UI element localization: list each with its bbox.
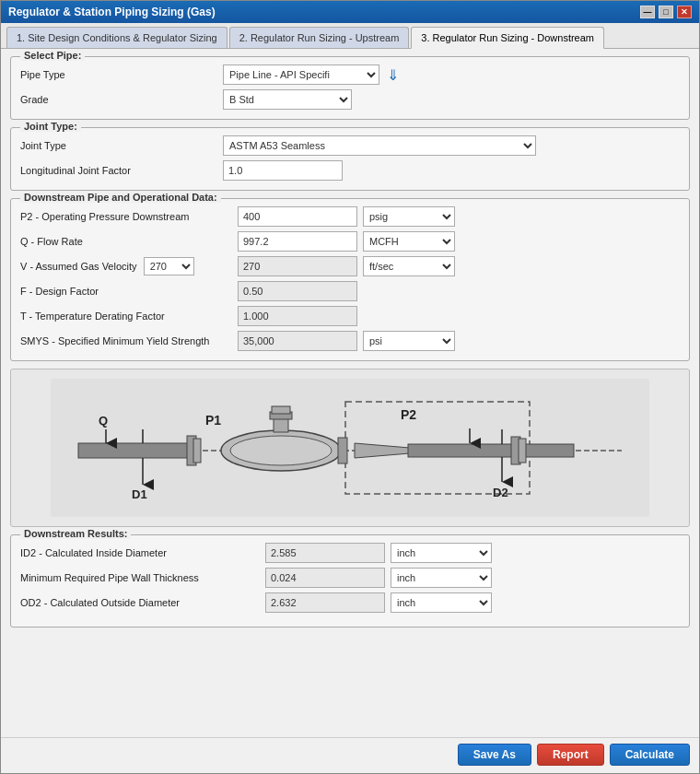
tab-upstream[interactable]: 2. Regulator Run Sizing - Upstream bbox=[229, 27, 410, 48]
main-content: Select Pipe: Pipe Type Pipe Line - API S… bbox=[1, 49, 699, 737]
downstream-data-label: Downstream Pipe and Operational Data: bbox=[20, 192, 221, 203]
v-input[interactable] bbox=[238, 256, 357, 276]
wall-label: Minimum Required Pipe Wall Thickness bbox=[20, 572, 260, 583]
svg-text:P2: P2 bbox=[401, 407, 416, 422]
pipe-type-controls: Pipe Line - API Specifi ⇓ bbox=[223, 64, 680, 85]
smys-unit-select[interactable]: psiMPakPa bbox=[363, 331, 455, 351]
title-bar: Regulator & Station Piping Sizing (Gas) … bbox=[1, 1, 699, 23]
pipe-type-row: Pipe Type Pipe Line - API Specifi ⇓ bbox=[20, 64, 680, 85]
results-group: Downstream Results: ID2 - Calculated Ins… bbox=[10, 534, 690, 627]
select-pipe-label: Select Pipe: bbox=[20, 50, 85, 61]
t-input[interactable] bbox=[238, 306, 357, 326]
od2-label: OD2 - Calculated Outside Diameter bbox=[20, 597, 260, 608]
longitudinal-label: Longitudinal Joint Factor bbox=[20, 165, 223, 176]
joint-type-label: Joint Type bbox=[20, 140, 223, 151]
smys-input[interactable] bbox=[238, 331, 357, 351]
diagram-svg: D1 Q P1 P2 D2 bbox=[51, 379, 649, 517]
joint-type-row: Joint Type ASTM A53 Seamless bbox=[20, 135, 680, 156]
svg-rect-4 bbox=[193, 439, 201, 463]
id2-input[interactable] bbox=[265, 543, 385, 563]
smys-label: SMYS - Specified Minimum Yield Strength bbox=[20, 335, 232, 346]
save-as-button[interactable]: Save As bbox=[458, 744, 531, 766]
close-button[interactable]: ✕ bbox=[677, 6, 692, 18]
id2-row: ID2 - Calculated Inside Diameter inchmmc… bbox=[20, 543, 680, 563]
tab-downstream[interactable]: 3. Regulator Run Sizing - Downstream bbox=[411, 27, 604, 49]
grade-row: Grade B Std bbox=[20, 89, 680, 110]
longitudinal-row: Longitudinal Joint Factor bbox=[20, 160, 680, 181]
svg-rect-11 bbox=[338, 438, 347, 463]
p2-unit-select[interactable]: psigkPagMPagbarg bbox=[363, 206, 455, 227]
f-input[interactable] bbox=[238, 281, 357, 301]
svg-text:P1: P1 bbox=[205, 413, 221, 428]
v-label: V - Assumed Gas Velocity 270300350400 bbox=[20, 257, 232, 276]
svg-rect-2 bbox=[78, 443, 189, 458]
t-label: T - Temperature Derating Factor bbox=[20, 311, 232, 322]
smys-row: SMYS - Specified Minimum Yield Strength … bbox=[20, 331, 680, 351]
grade-label: Grade bbox=[20, 94, 223, 105]
q-input[interactable] bbox=[238, 231, 357, 252]
od2-unit-select[interactable]: inchmmcm bbox=[391, 592, 492, 613]
longitudinal-input[interactable] bbox=[223, 160, 343, 181]
od2-row: OD2 - Calculated Outside Diameter inchmm… bbox=[20, 592, 680, 613]
svg-text:D2: D2 bbox=[493, 486, 508, 499]
downstream-data-group: Downstream Pipe and Operational Data: P2… bbox=[10, 198, 690, 361]
wall-row: Minimum Required Pipe Wall Thickness inc… bbox=[20, 568, 680, 588]
id2-unit-select[interactable]: inchmmcm bbox=[391, 543, 492, 563]
t-row: T - Temperature Derating Factor bbox=[20, 306, 680, 326]
svg-text:D1: D1 bbox=[132, 487, 147, 501]
od2-input[interactable] bbox=[265, 592, 385, 613]
pipe-type-label: Pipe Type bbox=[20, 69, 223, 80]
v-row: V - Assumed Gas Velocity 270300350400 ft… bbox=[20, 256, 680, 276]
wall-unit-select[interactable]: inchmmcm bbox=[391, 568, 492, 588]
wall-input[interactable] bbox=[265, 568, 385, 588]
svg-rect-9 bbox=[272, 406, 290, 414]
p2-label: P2 - Operating Pressure Downstream bbox=[20, 211, 232, 222]
calculate-button[interactable]: Calculate bbox=[610, 744, 690, 766]
piping-diagram: D1 Q P1 P2 D2 bbox=[10, 369, 690, 527]
results-group-label: Downstream Results: bbox=[20, 528, 131, 539]
bottom-bar: Save As Report Calculate bbox=[1, 737, 699, 773]
minimize-button[interactable]: — bbox=[640, 6, 655, 18]
q-unit-select[interactable]: MCFHSCFHMMSCFD bbox=[363, 231, 455, 252]
joint-type-group-label: Joint Type: bbox=[20, 121, 81, 132]
svg-rect-13 bbox=[408, 444, 574, 457]
svg-rect-15 bbox=[519, 439, 526, 463]
maximize-button[interactable]: □ bbox=[659, 6, 673, 18]
grade-select[interactable]: B Std bbox=[223, 89, 352, 110]
v-unit-select[interactable]: ft/secm/sec bbox=[363, 256, 455, 276]
v-label-text: V - Assumed Gas Velocity bbox=[20, 261, 137, 272]
f-row: F - Design Factor bbox=[20, 281, 680, 301]
tab-site-design[interactable]: 1. Site Design Conditions & Regulator Si… bbox=[6, 27, 228, 48]
id2-label: ID2 - Calculated Inside Diameter bbox=[20, 547, 260, 558]
report-button[interactable]: Report bbox=[537, 744, 604, 766]
svg-text:Q: Q bbox=[99, 414, 108, 428]
window-title: Regulator & Station Piping Sizing (Gas) bbox=[8, 6, 216, 18]
tabs-bar: 1. Site Design Conditions & Regulator Si… bbox=[1, 23, 699, 49]
select-pipe-group: Select Pipe: Pipe Type Pipe Line - API S… bbox=[10, 56, 690, 120]
q-row: Q - Flow Rate MCFHSCFHMMSCFD bbox=[20, 231, 680, 252]
f-label: F - Design Factor bbox=[20, 286, 232, 297]
joint-type-group: Joint Type: Joint Type ASTM A53 Seamless… bbox=[10, 127, 690, 191]
svg-point-6 bbox=[230, 436, 332, 465]
q-label: Q - Flow Rate bbox=[20, 236, 232, 247]
pipe-type-select[interactable]: Pipe Line - API Specifi bbox=[223, 64, 379, 85]
title-controls: — □ ✕ bbox=[640, 6, 692, 18]
p2-row: P2 - Operating Pressure Downstream psigk… bbox=[20, 206, 680, 227]
download-icon[interactable]: ⇓ bbox=[387, 66, 399, 84]
v-assumed-select[interactable]: 270300350400 bbox=[144, 257, 194, 276]
main-window: Regulator & Station Piping Sizing (Gas) … bbox=[0, 0, 700, 774]
p2-input[interactable] bbox=[238, 206, 357, 227]
joint-type-select[interactable]: ASTM A53 Seamless bbox=[223, 135, 536, 156]
